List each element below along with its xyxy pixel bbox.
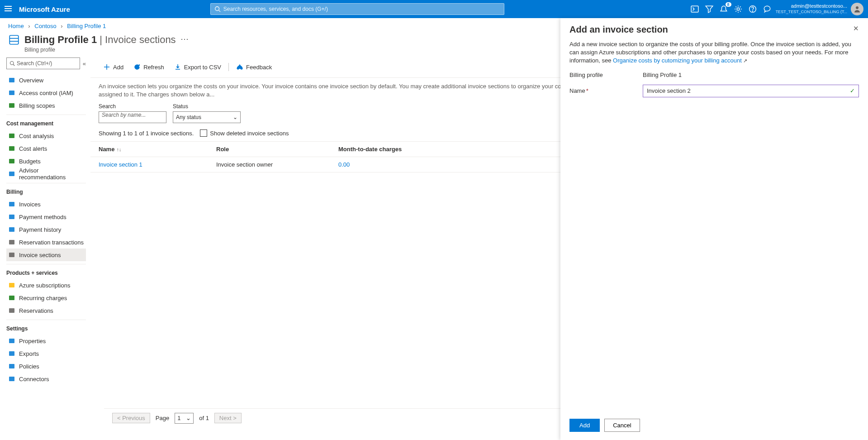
chevron-down-icon: ⌄ bbox=[233, 114, 237, 120]
svg-rect-26 bbox=[9, 253, 14, 257]
settings-icon[interactable] bbox=[734, 5, 742, 13]
col-name[interactable]: Name ↑↓ bbox=[99, 146, 216, 153]
svg-rect-21 bbox=[9, 172, 14, 176]
hamburger-icon[interactable] bbox=[5, 5, 14, 14]
svg-point-6 bbox=[737, 8, 740, 10]
page-select[interactable]: 1 ⌄ bbox=[175, 413, 194, 424]
sidebar-item[interactable]: Billing scopes bbox=[6, 99, 86, 112]
help-icon[interactable] bbox=[749, 5, 757, 13]
svg-point-8 bbox=[752, 11, 753, 11]
status-label: Status bbox=[173, 103, 241, 110]
flyout-add-button[interactable]: Add bbox=[569, 419, 600, 432]
page-of: of 1 bbox=[199, 415, 209, 421]
name-input[interactable]: Invoice section 2 ✓ bbox=[643, 85, 859, 97]
close-icon[interactable]: ✕ bbox=[853, 24, 859, 33]
svg-line-14 bbox=[13, 64, 14, 66]
sidebar-item[interactable]: Exports bbox=[6, 347, 86, 360]
sidebar-item-label: Exports bbox=[19, 350, 39, 357]
sidebar-item-label: Billing scopes bbox=[19, 102, 55, 109]
notification-badge: 8 bbox=[726, 2, 731, 7]
sidebar-group-title: Cost management bbox=[6, 120, 86, 127]
account-menu[interactable]: admin@testtestcontoso... TEST_TEST_CONTO… bbox=[776, 3, 863, 15]
breadcrumb-billing-profile[interactable]: Billing Profile 1 bbox=[67, 23, 106, 29]
sidebar-item-label: Recurring charges bbox=[19, 295, 67, 301]
resource-icon bbox=[8, 34, 20, 46]
sidebar-item[interactable]: Reservations bbox=[6, 304, 86, 317]
search-by-name-input[interactable]: Search by name... bbox=[99, 111, 166, 123]
sidebar: Search (Ctrl+/) « OverviewAccess control… bbox=[0, 53, 90, 440]
sidebar-item[interactable]: Invoice sections bbox=[6, 249, 86, 261]
svg-line-4 bbox=[218, 10, 220, 12]
svg-rect-23 bbox=[9, 215, 14, 219]
sidebar-item[interactable]: Access control (IAM) bbox=[6, 86, 86, 99]
validation-check-icon: ✓ bbox=[850, 87, 855, 95]
status-dropdown[interactable]: Any status ⌄ bbox=[173, 111, 241, 123]
sidebar-item[interactable]: Properties bbox=[6, 335, 86, 347]
svg-rect-17 bbox=[9, 103, 14, 108]
brand-label[interactable]: Microsoft Azure bbox=[19, 5, 70, 13]
topbar-icons: 8 bbox=[691, 5, 771, 13]
sidebar-search-placeholder: Search (Ctrl+/) bbox=[17, 60, 52, 67]
sidebar-item[interactable]: Recurring charges bbox=[6, 292, 86, 304]
account-email: admin@testtestcontoso... bbox=[776, 3, 847, 9]
global-search-input[interactable] bbox=[223, 6, 500, 12]
show-deleted-checkbox[interactable] bbox=[200, 129, 207, 137]
refresh-button[interactable]: Refresh bbox=[129, 60, 169, 74]
chevron-down-icon: ⌄ bbox=[186, 415, 191, 421]
sidebar-item-label: Reservation transactions bbox=[19, 239, 84, 246]
learn-more-link[interactable]: Organize costs by cutomizing your billin… bbox=[613, 57, 742, 64]
svg-rect-33 bbox=[9, 377, 14, 381]
breadcrumb-contoso[interactable]: Contoso bbox=[34, 23, 56, 29]
sidebar-item-label: Budgets bbox=[19, 158, 41, 165]
sidebar-item-label: Invoice sections bbox=[19, 252, 61, 258]
billing-profile-value: Billing Profile 1 bbox=[643, 71, 682, 79]
flyout-cancel-button[interactable]: Cancel bbox=[604, 419, 640, 432]
global-search[interactable] bbox=[210, 3, 504, 15]
svg-point-3 bbox=[215, 7, 219, 11]
feedback-icon[interactable] bbox=[763, 5, 771, 13]
notifications-icon[interactable]: 8 bbox=[720, 5, 728, 13]
sidebar-item[interactable]: Reservation transactions bbox=[6, 236, 86, 249]
svg-point-13 bbox=[10, 62, 14, 65]
svg-rect-5 bbox=[691, 6, 698, 12]
search-icon bbox=[214, 6, 221, 12]
sidebar-item[interactable]: Overview bbox=[6, 74, 86, 86]
collapse-sidebar-icon[interactable]: « bbox=[83, 60, 86, 67]
sidebar-item[interactable]: Payment methods bbox=[6, 210, 86, 223]
cloud-shell-icon[interactable] bbox=[691, 5, 699, 13]
sidebar-item[interactable]: Cost analysis bbox=[6, 129, 86, 142]
svg-rect-30 bbox=[9, 339, 14, 343]
add-button[interactable]: Add bbox=[99, 60, 128, 74]
svg-rect-19 bbox=[9, 146, 14, 151]
sidebar-item[interactable]: Advisor recommendations bbox=[6, 167, 86, 180]
more-actions-icon[interactable]: ⋯ bbox=[180, 34, 189, 44]
svg-rect-1 bbox=[5, 8, 12, 9]
svg-rect-15 bbox=[9, 78, 14, 82]
sidebar-item[interactable]: Connectors bbox=[6, 373, 86, 385]
svg-rect-0 bbox=[5, 6, 12, 7]
feedback-button[interactable]: Feedback bbox=[232, 60, 276, 74]
sidebar-item-label: Payment methods bbox=[19, 214, 66, 220]
sidebar-item[interactable]: Cost alerts bbox=[6, 142, 86, 155]
show-deleted-label: Show deleted invoice sections bbox=[210, 130, 289, 137]
sidebar-item[interactable]: Payment history bbox=[6, 223, 86, 236]
col-role[interactable]: Role bbox=[216, 146, 338, 153]
sidebar-item[interactable]: Policies bbox=[6, 360, 86, 373]
sidebar-item[interactable]: Invoices bbox=[6, 198, 86, 210]
sidebar-item[interactable]: Budgets bbox=[6, 155, 86, 167]
sidebar-search[interactable]: Search (Ctrl+/) bbox=[6, 57, 80, 69]
row-role: Invoice section owner bbox=[216, 161, 338, 168]
next-page-button[interactable]: Next > bbox=[214, 413, 242, 423]
sidebar-item[interactable]: Azure subscriptions bbox=[6, 279, 86, 292]
flyout-title: Add an invoice section bbox=[569, 24, 668, 35]
directory-filter-icon[interactable] bbox=[705, 5, 713, 13]
name-label: Name* bbox=[569, 87, 643, 95]
svg-rect-18 bbox=[9, 134, 14, 138]
prev-page-button[interactable]: < Previous bbox=[112, 413, 150, 423]
breadcrumb-home[interactable]: Home bbox=[8, 23, 24, 29]
page-subtitle: Billing profile bbox=[24, 47, 176, 53]
top-bar: Microsoft Azure 8 admin@testtestcontoso.… bbox=[0, 0, 868, 18]
export-csv-button[interactable]: Export to CSV bbox=[170, 60, 226, 74]
row-name-link[interactable]: Invoice section 1 bbox=[99, 161, 216, 168]
sidebar-item-label: Overview bbox=[19, 77, 43, 84]
